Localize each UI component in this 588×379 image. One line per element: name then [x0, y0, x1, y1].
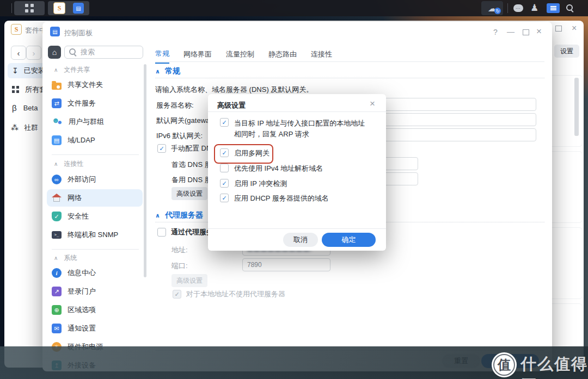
arp-reply-checkbox[interactable]	[220, 118, 229, 127]
close-icon[interactable]: ×	[536, 26, 542, 37]
section-divider	[155, 78, 544, 78]
section-connectivity[interactable]: ∧ 连接性	[54, 159, 83, 169]
section-system[interactable]: ∧ 系统	[54, 253, 77, 263]
forward-icon: ›	[33, 48, 35, 58]
pkg-card	[549, 151, 583, 223]
help-icon[interactable]: ?	[493, 28, 498, 36]
modal-checkbox-row: 优先使用 IPv4 地址解析域名	[220, 164, 323, 173]
ip-conflict-checkbox[interactable]	[220, 179, 229, 188]
ipv4-priority-checkbox[interactable]	[220, 164, 229, 172]
proxy-advanced-button[interactable]: 高级设置	[171, 274, 207, 287]
sidebar-item-label: 信息中心	[68, 268, 96, 278]
sidebar-item-label: 外部访问	[68, 175, 96, 184]
notification-icon: ✉	[52, 324, 62, 333]
modal-checkbox-row: 当目标 IP 地址与传入接口配置的本地地址相同时，回复 ARP 请求	[220, 118, 372, 140]
pkg-card	[549, 303, 583, 359]
app-launcher-button[interactable]	[14, 1, 45, 15]
sidebar-item-label: 文件服务	[68, 98, 96, 108]
external-device-icon: ↥	[52, 361, 62, 370]
pkg-sidebar-item-community[interactable]: ⁂ 社群	[11, 123, 38, 133]
section-title: 连接性	[64, 159, 83, 169]
reset-button[interactable]: 重置	[442, 354, 480, 368]
section-title: 文件共享	[64, 65, 90, 74]
general-section-header[interactable]: ∧ 常规	[155, 66, 180, 76]
sidebar-item-external-access[interactable]: ∞ 外部访问	[47, 171, 143, 188]
maximize-icon[interactable]	[555, 26, 562, 32]
installed-icon: ↧	[12, 66, 19, 75]
proxy-enable-checkbox[interactable]	[157, 228, 166, 237]
sidebar-item-shared-folder[interactable]: 共享文件夹	[47, 76, 143, 94]
sidebar-item-file-service[interactable]: ⇄ 文件服务	[47, 95, 143, 112]
watermark-text: 什么值得买	[520, 353, 588, 379]
community-icon: ⁂	[11, 123, 19, 132]
chat-icon[interactable]: ···	[513, 4, 523, 12]
back-button[interactable]: ‹	[11, 46, 26, 60]
sidebar-item-users-groups[interactable]: 用户与群组	[47, 113, 143, 131]
manual-dns-checkbox[interactable]	[157, 144, 166, 153]
sidebar-item-label: 用户与群组	[69, 117, 104, 127]
pkg-settings-button[interactable]: 设置	[554, 45, 579, 58]
close-icon[interactable]: ×	[572, 23, 577, 33]
pkg-scrollbar[interactable]	[574, 78, 579, 136]
search-placeholder: 搜索	[81, 47, 95, 57]
modal-checkbox-row: 应用 DHCP 服务器提供的域名	[220, 194, 329, 203]
minimize-icon[interactable]: —	[507, 27, 514, 36]
proxy-section-header[interactable]: ∧ 代理服务器	[155, 210, 203, 220]
close-icon[interactable]: ×	[370, 98, 375, 109]
dhcp-domain-checkbox[interactable]	[220, 194, 229, 202]
widgets-icon[interactable]	[547, 3, 560, 13]
section-title: 常规	[165, 66, 180, 76]
sidebar-divider	[52, 154, 139, 155]
pkg-sidebar-item-beta[interactable]: β Beta	[12, 103, 38, 113]
chevron-up-icon: ∧	[155, 212, 160, 219]
section-title: 系统	[64, 253, 77, 263]
forward-button[interactable]: ›	[26, 46, 41, 60]
terminal-icon: >_	[52, 231, 62, 239]
dns-advanced-button[interactable]: 高级设置	[171, 187, 207, 200]
sidebar-item-external-device[interactable]: ↥ 外接设备	[47, 357, 143, 371]
proxy-port-input[interactable]: 7890	[242, 258, 330, 271]
app-launcher-icon	[25, 4, 28, 7]
chevron-up-icon: ∧	[155, 68, 160, 75]
file-service-icon: ⇄	[52, 98, 62, 108]
section-title: 代理服务器	[165, 210, 203, 220]
sidebar-item-domain-ldap[interactable]: ▤ 域/LDAP	[47, 132, 143, 149]
sidebar-scrollbar[interactable]	[144, 64, 146, 277]
open-apps-group: S ▤	[48, 1, 89, 15]
sidebar-item-regional-options[interactable]: ⊕ 区域选项	[47, 301, 143, 319]
sidebar-item-label: 登录门户	[68, 287, 96, 296]
checkbox-label: 优先使用 IPv4 地址解析域名	[234, 164, 323, 173]
proxy-port-label: 端口:	[171, 261, 188, 271]
home-icon: ⌂	[52, 48, 57, 57]
sidebar-item-label: 安全性	[68, 212, 89, 221]
maximize-icon[interactable]	[523, 29, 529, 35]
sidebar-divider	[52, 249, 139, 250]
sidebar-item-info-center[interactable]: i 信息中心	[47, 264, 143, 282]
cloud-sync-button[interactable]: ☁ ↻	[481, 1, 503, 15]
sidebar-item-security[interactable]: ✓ 安全性	[47, 208, 143, 225]
home-button[interactable]: ⌂	[48, 46, 61, 59]
control-panel-taskbar-icon[interactable]: ▤	[73, 3, 84, 14]
taskbar: S ▤ ☁ ↻ ··· ♟	[0, 0, 588, 16]
info-center-icon: i	[52, 268, 62, 278]
modal-title: 高级设置	[217, 101, 246, 110]
sidebar-item-login-portal[interactable]: ↗ 登录门户	[47, 283, 143, 300]
sidebar-item-hardware-power[interactable]: ☀ 硬件和电源	[47, 338, 143, 356]
section-file-sharing[interactable]: ∧ 文件共享	[54, 65, 90, 74]
general-description: 请输入系统名称、域名服务器 (DNS) 及默认网关。	[155, 85, 313, 95]
sidebar-item-notification[interactable]: ✉ 通知设置	[47, 320, 143, 337]
users-groups-icon	[52, 117, 63, 127]
cancel-button[interactable]: 取消	[283, 233, 318, 247]
search-icon[interactable]	[566, 4, 574, 12]
search-input[interactable]: 搜索	[64, 46, 143, 59]
user-icon[interactable]: ♟	[530, 2, 538, 14]
watermark-badge: 值	[492, 352, 517, 377]
proxy-bypass-checkbox[interactable]	[173, 290, 181, 299]
ok-button[interactable]: 确定	[322, 233, 376, 247]
sidebar-item-network[interactable]: 网络	[47, 189, 143, 207]
regional-options-icon: ⊕	[52, 305, 62, 315]
all-packages-icon	[12, 86, 15, 89]
sidebar-item-label: 外接设备	[68, 361, 96, 370]
package-center-taskbar-icon[interactable]: S	[53, 2, 65, 14]
sidebar-item-terminal-snmp[interactable]: >_ 终端机和 SNMP	[47, 226, 143, 244]
